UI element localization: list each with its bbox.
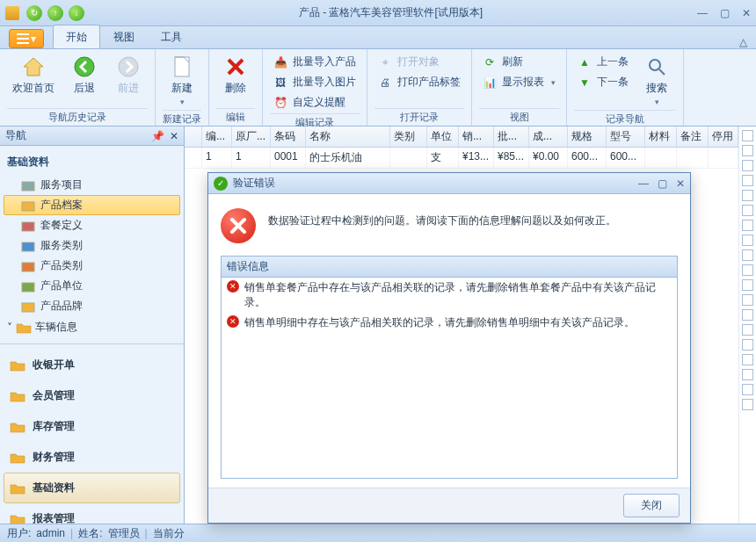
row-checkbox[interactable] xyxy=(742,384,753,395)
row-checkbox[interactable] xyxy=(742,369,753,380)
row-checkbox[interactable] xyxy=(742,249,753,261)
home-button[interactable]: 欢迎首页 xyxy=(7,53,60,98)
status-user-label: 用户: xyxy=(7,526,31,541)
ribbon-collapse-icon[interactable]: △ xyxy=(739,36,747,48)
row-checkbox[interactable] xyxy=(742,190,753,201)
row-checkbox[interactable] xyxy=(742,339,753,350)
row-checkbox[interactable] xyxy=(742,145,753,156)
batch-import-product-button[interactable]: 📥批量导入产品 xyxy=(270,53,360,71)
group-history-label: 导航历史记录 xyxy=(7,108,148,124)
row-checkbox[interactable] xyxy=(742,294,753,306)
row-checkbox[interactable] xyxy=(742,399,753,410)
maximize-icon[interactable]: ▢ xyxy=(720,7,730,19)
status-name: 管理员 xyxy=(108,526,140,541)
minimize-icon[interactable]: — xyxy=(697,7,708,19)
column-header-7[interactable]: 销... xyxy=(459,126,494,147)
import-icon: 📥 xyxy=(273,55,287,69)
svg-rect-9 xyxy=(22,182,34,191)
error-panel: 错误信息 ✕销售单套餐产品中存在与该产品相关联的记录，请先删除销售单套餐产品中有… xyxy=(221,256,678,479)
category-5[interactable]: 报表管理 xyxy=(4,503,180,524)
import-image-icon: 🖼 xyxy=(273,76,287,90)
column-header-12[interactable]: 材料 xyxy=(645,126,677,147)
category-4[interactable]: 基础资料 xyxy=(4,473,180,503)
tree-item-1[interactable]: 产品档案 xyxy=(4,195,180,215)
svg-line-8 xyxy=(659,69,665,75)
dialog-close-button[interactable]: 关闭 xyxy=(623,494,680,517)
dialog-maximize-icon[interactable]: ▢ xyxy=(658,177,667,190)
show-report-button[interactable]: 📊显示报表▾ xyxy=(479,73,559,91)
open-object-button[interactable]: ⌖打开对象 xyxy=(374,53,464,71)
tab-start[interactable]: 开始 xyxy=(53,25,100,48)
column-header-11[interactable]: 型号 xyxy=(607,126,645,147)
qnav-refresh-icon[interactable]: ↻ xyxy=(26,5,42,21)
column-header-10[interactable]: 规格 xyxy=(568,126,607,147)
tree-expand-vehicle[interactable]: ˅车辆信息 xyxy=(4,316,180,338)
open-object-label: 打开对象 xyxy=(397,54,440,69)
print-tag-button[interactable]: 🖨打印产品标签 xyxy=(374,73,464,91)
tree-item-4[interactable]: 产品类别 xyxy=(4,256,180,276)
row-checkbox[interactable] xyxy=(742,235,753,246)
print-icon: 🖨 xyxy=(378,76,392,90)
new-label: 新建 xyxy=(171,81,193,96)
search-icon xyxy=(644,54,669,79)
tree-item-0[interactable]: 服务项目 xyxy=(4,175,180,195)
column-header-2[interactable]: 原厂... xyxy=(232,126,271,147)
delete-button[interactable]: 删除 xyxy=(216,53,255,98)
back-button[interactable]: 后退 xyxy=(65,53,104,98)
row-checkbox[interactable] xyxy=(742,205,753,216)
tree-item-6[interactable]: 产品品牌 xyxy=(4,296,180,316)
dialog-minimize-icon[interactable]: — xyxy=(638,177,649,190)
tab-view[interactable]: 视图 xyxy=(100,25,148,48)
check-icon: ✓ xyxy=(214,177,228,191)
sidebar-pin-icon[interactable]: 📌 xyxy=(151,130,164,142)
category-0[interactable]: 收银开单 xyxy=(4,350,180,380)
next-record-button[interactable]: ▼下一条 xyxy=(574,73,632,91)
next-record-label: 下一条 xyxy=(597,75,629,90)
qnav-down-icon[interactable]: ↓ xyxy=(69,5,84,21)
refresh-button[interactable]: ⟳刷新 xyxy=(479,53,559,71)
row-checkbox[interactable] xyxy=(742,309,753,321)
sidebar-close-icon[interactable]: ✕ xyxy=(170,130,178,142)
error-dialog: ✓ 验证错误 — ▢ ✕ 数据验证过程中检测到的问题。请阅读下面的信息理解问题以… xyxy=(207,172,691,524)
column-header-1[interactable]: 编... xyxy=(202,126,232,147)
column-header-5[interactable]: 类别 xyxy=(390,126,427,147)
custom-reminder-button[interactable]: ⏰自定义提醒 xyxy=(270,93,360,112)
category-2[interactable]: 库存管理 xyxy=(4,411,180,442)
column-header-3[interactable]: 条码 xyxy=(271,126,306,147)
tree-item-5[interactable]: 产品单位 xyxy=(4,276,180,296)
qnav-up-icon[interactable]: ↑ xyxy=(47,5,63,21)
column-header-4[interactable]: 名称 xyxy=(306,126,390,147)
table-row[interactable]: 110001的士乐机油支¥13...¥85...¥0.00600...600..… xyxy=(185,148,738,169)
category-3[interactable]: 财务管理 xyxy=(4,442,180,473)
app-menu-button[interactable]: ▾ xyxy=(9,29,44,48)
sidebar: 导航 📌 ✕ 基础资料 服务项目产品档案套餐定义服务类别产品类别产品单位产品品牌… xyxy=(0,126,185,524)
tree-item-2[interactable]: 套餐定义 xyxy=(4,215,180,235)
row-checkbox[interactable] xyxy=(742,220,753,231)
row-checkbox[interactable] xyxy=(742,354,753,365)
reminder-icon: ⏰ xyxy=(273,96,287,110)
tab-tools[interactable]: 工具 xyxy=(148,25,195,48)
row-checkbox[interactable] xyxy=(742,264,753,276)
batch-import-image-button[interactable]: 🖼批量导入图片 xyxy=(270,73,360,91)
column-header-6[interactable]: 单位 xyxy=(427,126,459,147)
column-header-9[interactable]: 成... xyxy=(529,126,568,147)
search-button[interactable]: 搜索▾ xyxy=(637,53,676,108)
column-header-0[interactable] xyxy=(185,126,202,147)
row-checkbox[interactable] xyxy=(742,175,753,186)
row-checkbox[interactable] xyxy=(742,279,753,291)
error-bullet-icon: ✕ xyxy=(227,315,239,328)
batch-import-product-label: 批量导入产品 xyxy=(293,54,356,69)
prev-record-button[interactable]: ▲上一条 xyxy=(574,53,632,71)
new-button[interactable]: 新建▾ xyxy=(163,53,201,108)
column-header-14[interactable]: 停用 xyxy=(709,126,738,147)
close-icon[interactable]: ✕ xyxy=(742,7,751,19)
row-checkbox[interactable] xyxy=(742,324,753,336)
tree-item-3[interactable]: 服务类别 xyxy=(4,235,180,256)
row-checkbox[interactable] xyxy=(742,160,753,171)
column-header-8[interactable]: 批... xyxy=(494,126,529,147)
row-checkbox[interactable] xyxy=(742,130,753,141)
tree-item-label: 服务类别 xyxy=(40,238,83,253)
dialog-close-icon[interactable]: ✕ xyxy=(676,177,685,190)
column-header-13[interactable]: 备注 xyxy=(677,126,709,147)
category-1[interactable]: 会员管理 xyxy=(4,380,180,411)
